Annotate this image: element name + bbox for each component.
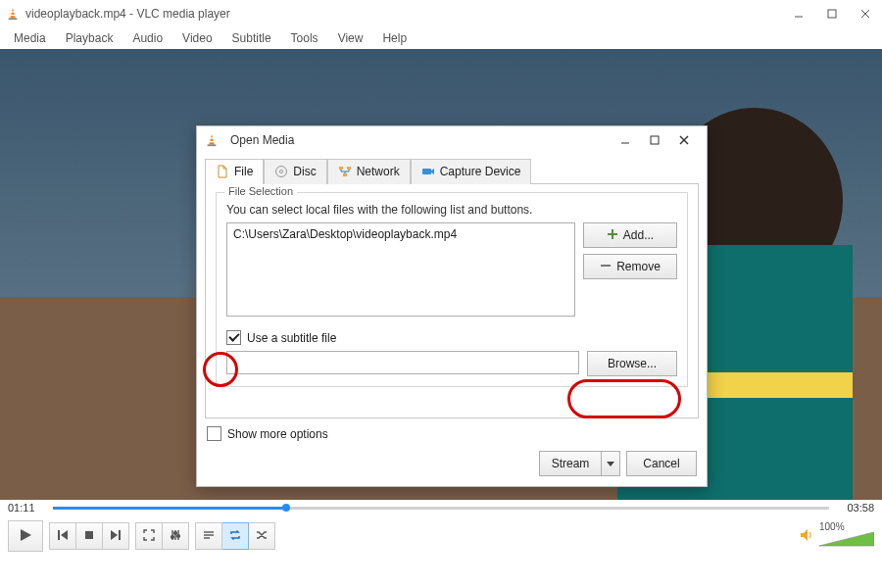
network-icon — [338, 165, 352, 178]
file-icon — [216, 165, 229, 178]
tab-disc[interactable]: Disc — [264, 159, 326, 184]
shuffle-button[interactable] — [249, 522, 275, 550]
svg-rect-5 — [828, 10, 836, 18]
elapsed-time: 01:11 — [8, 502, 45, 514]
svg-rect-10 — [210, 137, 213, 138]
browse-subtitle-button[interactable]: Browse... — [587, 351, 677, 376]
video-viewport[interactable]: Open Media File Disc Netwo — [0, 49, 882, 500]
speaker-icon[interactable] — [800, 527, 815, 546]
menu-audio[interactable]: Audio — [122, 29, 172, 47]
next-button[interactable] — [103, 522, 129, 550]
playlist-button[interactable] — [195, 522, 222, 550]
dialog-maximize-button[interactable] — [640, 128, 669, 152]
remove-file-label: Remove — [616, 260, 661, 273]
svg-point-17 — [280, 171, 283, 173]
dialog-tabbar: File Disc Network Capture Device — [197, 158, 707, 183]
maximize-button[interactable] — [815, 0, 849, 27]
minimize-button[interactable] — [782, 0, 815, 27]
svg-point-35 — [172, 535, 174, 538]
svg-rect-9 — [208, 144, 217, 146]
file-list[interactable]: C:\Users\Zara\Desktop\videoplayback.mp4 — [226, 222, 575, 317]
dialog-titlebar: Open Media — [197, 126, 707, 154]
svg-point-37 — [177, 534, 180, 537]
svg-marker-30 — [111, 530, 118, 540]
volume-slider[interactable] — [819, 532, 874, 552]
svg-rect-13 — [651, 136, 659, 144]
stop-button[interactable] — [76, 522, 103, 550]
svg-rect-18 — [339, 167, 343, 170]
shuffle-icon — [256, 529, 268, 544]
vlc-cone-icon — [6, 7, 20, 21]
equalizer-icon — [170, 529, 181, 544]
svg-marker-26 — [21, 529, 31, 541]
skip-previous-icon — [57, 529, 69, 544]
menu-media[interactable]: Media — [4, 29, 56, 47]
close-button[interactable] — [849, 0, 882, 27]
fullscreen-icon — [143, 529, 155, 544]
play-button[interactable] — [8, 520, 43, 552]
show-more-options-row: Show more options — [207, 426, 697, 441]
file-list-item[interactable]: C:\Users\Zara\Desktop\videoplayback.mp4 — [233, 227, 568, 241]
use-subtitle-checkbox[interactable] — [226, 330, 241, 345]
cancel-label: Cancel — [643, 457, 679, 470]
vlc-cone-icon — [205, 133, 219, 147]
dialog-title: Open Media — [230, 133, 294, 147]
remove-file-button[interactable]: Remove — [583, 254, 677, 279]
open-media-dialog: Open Media File Disc Netwo — [196, 125, 708, 487]
svg-rect-27 — [58, 530, 60, 540]
total-time: 03:58 — [837, 502, 874, 514]
tab-file[interactable]: File — [205, 159, 264, 184]
seek-row: 01:11 03:58 — [0, 500, 882, 514]
menu-help[interactable]: Help — [372, 29, 416, 47]
file-selection-legend: File Selection — [224, 185, 297, 197]
svg-rect-31 — [119, 530, 121, 540]
svg-rect-2 — [11, 11, 14, 12]
svg-marker-8 — [209, 134, 214, 145]
loop-icon — [229, 529, 241, 544]
fullscreen-button[interactable] — [135, 522, 163, 550]
menu-tools[interactable]: Tools — [281, 29, 328, 47]
menu-video[interactable]: Video — [172, 29, 221, 47]
use-subtitle-label: Use a subtitle file — [247, 331, 336, 345]
stream-button[interactable]: Stream — [539, 451, 602, 476]
show-more-options-label: Show more options — [227, 427, 328, 441]
titlebar: videoplayback.mp4 - VLC media player — [0, 0, 882, 27]
menu-playback[interactable]: Playback — [56, 29, 123, 47]
stop-icon — [83, 529, 95, 544]
chevron-down-icon — [607, 457, 614, 470]
svg-marker-0 — [10, 8, 15, 19]
tab-capture[interactable]: Capture Device — [411, 159, 532, 184]
cancel-button[interactable]: Cancel — [626, 451, 697, 476]
app-window: videoplayback.mp4 - VLC media player Med… — [0, 0, 882, 588]
previous-button[interactable] — [49, 522, 76, 550]
stream-dropdown-button[interactable] — [602, 451, 620, 476]
extended-settings-button[interactable] — [163, 522, 189, 550]
svg-marker-25 — [607, 462, 614, 466]
control-bar: 100% — [0, 514, 882, 561]
svg-marker-28 — [61, 530, 68, 540]
tab-network[interactable]: Network — [327, 159, 411, 184]
seek-bar[interactable] — [53, 503, 829, 513]
minus-icon — [600, 260, 612, 274]
tab-file-panel: File Selection You can select local file… — [205, 183, 699, 418]
loop-button[interactable] — [222, 522, 249, 550]
show-more-options-checkbox[interactable] — [207, 426, 221, 441]
file-selection-group: File Selection You can select local file… — [216, 192, 688, 387]
dialog-close-button[interactable] — [669, 128, 699, 152]
file-selection-hint: You can select local files with the foll… — [226, 203, 677, 217]
add-file-label: Add... — [623, 228, 654, 242]
dialog-minimize-button[interactable] — [611, 128, 640, 152]
svg-rect-21 — [422, 169, 431, 174]
menu-subtitle[interactable]: Subtitle — [222, 29, 281, 47]
stream-label: Stream — [552, 457, 590, 470]
svg-rect-19 — [347, 167, 351, 170]
tab-disc-label: Disc — [293, 165, 316, 178]
volume-control: 100% — [800, 521, 874, 552]
subtitle-path-input[interactable] — [226, 351, 579, 374]
volume-percent-label: 100% — [819, 521, 872, 532]
svg-rect-3 — [11, 15, 16, 16]
svg-point-36 — [174, 531, 177, 534]
add-file-button[interactable]: Add... — [583, 222, 677, 248]
svg-rect-20 — [343, 173, 347, 176]
menu-view[interactable]: View — [328, 29, 373, 47]
